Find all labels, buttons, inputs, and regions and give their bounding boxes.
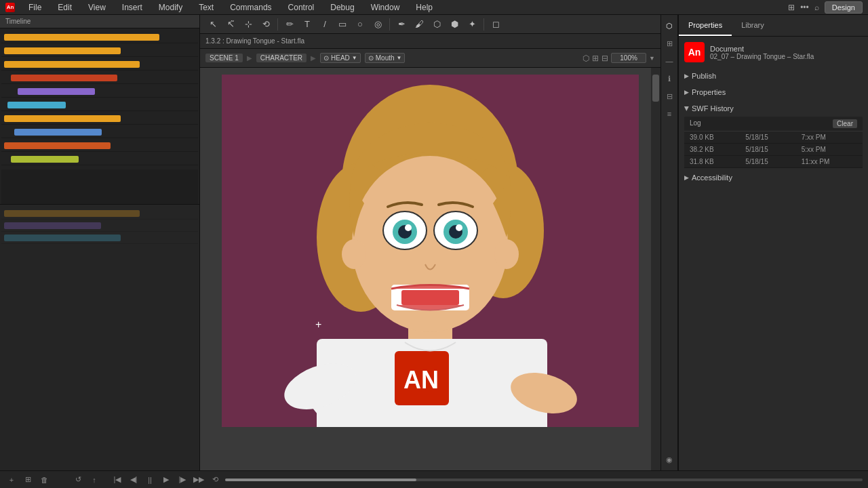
- svg-point-16: [456, 224, 462, 231]
- grid-icon[interactable]: ⊞: [663, 37, 676, 50]
- properties-icon[interactable]: ⬡: [663, 19, 676, 33]
- character-svg: AN: [222, 75, 639, 427]
- step-back-icon[interactable]: ↑: [88, 474, 100, 486]
- new-layer-icon[interactable]: +: [5, 474, 18, 486]
- menu-modify[interactable]: Modify: [156, 1, 185, 14]
- document-label: Document: [710, 45, 814, 53]
- monitor-icon: ⊞: [788, 3, 795, 12]
- tool-paint-bucket[interactable]: ⬡: [429, 17, 444, 32]
- menu-text[interactable]: Text: [196, 1, 216, 14]
- zoom-chevron-icon[interactable]: ▼: [649, 55, 655, 62]
- accessibility-section-header[interactable]: ▶ Accessibility: [684, 171, 863, 184]
- go-to-start-button[interactable]: |◀: [111, 474, 123, 486]
- menu-help[interactable]: Help: [413, 1, 435, 14]
- tool-free-transform[interactable]: ⊹: [241, 17, 256, 32]
- menu-edit[interactable]: Edit: [55, 1, 75, 14]
- canvas-area[interactable]: AN +: [200, 68, 660, 470]
- tool-text[interactable]: T: [300, 17, 315, 32]
- go-to-end-button[interactable]: ▶▶: [193, 474, 205, 486]
- timeline-row: [1, 31, 198, 43]
- panel-content: An Document 02_07 – Drawing Tongue – Sta…: [679, 37, 868, 470]
- pause-button[interactable]: ||: [144, 474, 156, 486]
- left-panel: Timeline: [0, 15, 200, 470]
- step-forward-button[interactable]: |▶: [176, 474, 189, 486]
- tool-eyedropper[interactable]: ✦: [465, 17, 479, 32]
- swf-date-2: 5/18/15: [745, 146, 801, 153]
- properties-section-header[interactable]: ▶ Properties: [684, 85, 863, 99]
- tool-select[interactable]: ↖: [205, 17, 220, 32]
- timeline-row: [1, 99, 198, 111]
- minimize-icon[interactable]: —: [663, 54, 676, 68]
- menu-insert[interactable]: Insert: [119, 1, 145, 14]
- tool-poly-star[interactable]: ◎: [370, 17, 385, 32]
- swf-clear-button[interactable]: Clear: [833, 119, 857, 128]
- delete-icon[interactable]: 🗑: [38, 474, 50, 486]
- tool-line[interactable]: /: [317, 17, 332, 32]
- mouth-dropdown[interactable]: ⊙ Mouth ▼: [365, 53, 406, 63]
- timeline-row: [1, 207, 198, 220]
- tool-ink-bottle[interactable]: ⬢: [447, 17, 462, 32]
- undo-icon[interactable]: ↺: [72, 474, 84, 486]
- properties-chevron-icon: ▶: [684, 89, 689, 96]
- toolbar-sep-1: [277, 18, 278, 30]
- mouth-icon: ⊙: [368, 54, 374, 62]
- tool-pencil[interactable]: ✏: [282, 17, 297, 32]
- character-tag[interactable]: CHARACTER: [256, 54, 307, 62]
- timeline-row: [1, 45, 198, 57]
- zoom-input[interactable]: 100%: [611, 53, 646, 63]
- right-icon-bar: ⬡ ⊞ — ℹ ⊟ ≡ ◉: [660, 15, 678, 470]
- tool-eraser[interactable]: ◻: [488, 17, 503, 32]
- chevron-down-icon-2: ▼: [397, 55, 402, 61]
- menu-control[interactable]: Control: [285, 1, 317, 14]
- camera-icon: ⬡: [583, 54, 589, 63]
- tool-3d-rotation[interactable]: ⟲: [258, 17, 273, 32]
- tab-properties[interactable]: Properties: [679, 15, 732, 36]
- timeline-preview: Timeline: [0, 15, 199, 204]
- timeline-row: [1, 140, 198, 152]
- menu-commands[interactable]: Commands: [227, 1, 274, 14]
- menu-file[interactable]: File: [26, 1, 44, 14]
- scene-tag[interactable]: SCENE 1: [205, 54, 243, 62]
- swf-history-section: ▶ SWF History Log Clear 39.0 KB 5/18/15 …: [684, 102, 863, 168]
- playhead-indicator: [225, 479, 416, 481]
- tool-rect[interactable]: ▭: [335, 17, 350, 32]
- document-info: Document 02_07 – Drawing Tongue – Star.f…: [710, 45, 814, 60]
- path-text: 1.3.2 : Drawing Tongue - Start.fla: [205, 37, 304, 45]
- timeline-scrubber[interactable]: [225, 479, 863, 481]
- tool-brush[interactable]: 🖌: [412, 17, 427, 32]
- right-panel: Properties Library An Document 02_07 – D…: [678, 15, 868, 470]
- menu-view[interactable]: View: [85, 1, 108, 14]
- bottom-bar: + ⊞ 🗑 ↺ ↑ |◀ ◀| || ▶ |▶ ▶▶ ⟲: [0, 470, 868, 488]
- design-button[interactable]: Design: [825, 1, 863, 14]
- step-back-button[interactable]: ◀|: [127, 474, 140, 486]
- tab-library[interactable]: Library: [732, 15, 774, 36]
- log-column-header: Log: [690, 119, 833, 128]
- menu-window[interactable]: Window: [368, 1, 403, 14]
- loop-button[interactable]: ⟲: [209, 474, 221, 486]
- info-icon[interactable]: ℹ: [663, 72, 676, 85]
- canvas-scrollbar-vertical[interactable]: [651, 68, 660, 470]
- center-stage: ↖ ↖̃ ⊹ ⟲ ✏ T / ▭ ○ ◎ ✒ 🖌 ⬡ ⬢ ✦ ◻ 1.3.2 :…: [200, 15, 660, 470]
- align-icon-bar[interactable]: ≡: [663, 107, 676, 121]
- transform-icon[interactable]: ⊟: [663, 89, 676, 103]
- timeline-row: [1, 85, 198, 98]
- swf-date-1: 5/18/15: [745, 134, 801, 141]
- tool-subselect[interactable]: ↖̃: [223, 17, 238, 32]
- properties-section: ▶ Properties: [684, 85, 863, 99]
- swf-date-3: 5/18/15: [745, 158, 801, 165]
- folder-icon[interactable]: ⊞: [22, 474, 34, 486]
- menu-debug[interactable]: Debug: [328, 1, 357, 14]
- play-button[interactable]: ▶: [160, 474, 172, 486]
- color-wheel-icon[interactable]: ◉: [663, 453, 676, 466]
- tool-oval[interactable]: ○: [353, 17, 368, 32]
- search-icon[interactable]: ⌕: [814, 3, 819, 12]
- swf-history-chevron-icon: ▶: [684, 106, 690, 111]
- publish-section-header[interactable]: ▶ Publish: [684, 69, 863, 83]
- tool-pen[interactable]: ✒: [394, 17, 409, 32]
- head-dropdown[interactable]: ⊙ HEAD ▼: [320, 53, 361, 63]
- swf-history-table-header: Log Clear: [684, 117, 863, 131]
- accessibility-label: Accessibility: [692, 174, 732, 182]
- app-icon: An: [5, 3, 15, 12]
- swf-history-header-row[interactable]: ▶ SWF History: [684, 102, 863, 115]
- swf-history-table: Log Clear 39.0 KB 5/18/15 7:xx PM 38.2 K…: [684, 117, 863, 168]
